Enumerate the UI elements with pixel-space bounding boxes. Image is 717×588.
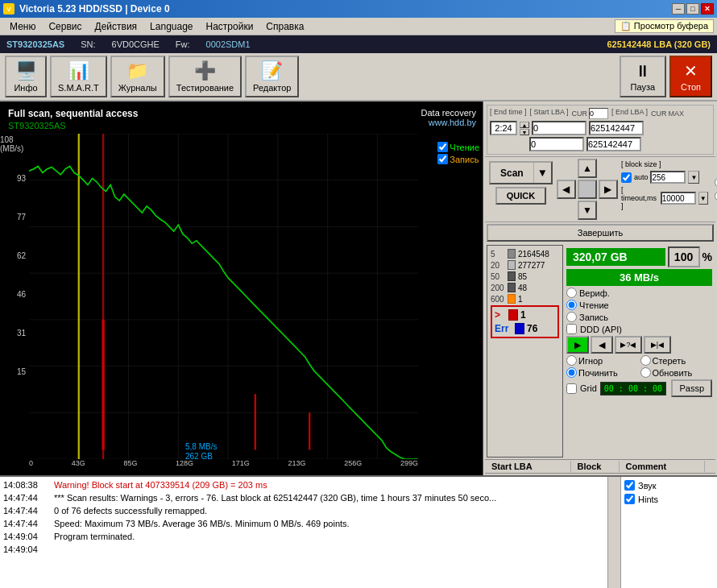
menu-help[interactable]: Справка [259, 19, 310, 34]
time-up[interactable]: ▲ [520, 122, 529, 128]
block-auto-row: auto ▼ [621, 171, 708, 184]
timeout-row: [ timeout,ms ] ▼ [621, 186, 708, 210]
quick-button[interactable]: QUICK [495, 187, 546, 205]
smart-button[interactable]: 📊 S.M.A.R.T [50, 56, 107, 97]
write-vrw-radio[interactable] [566, 312, 577, 322]
cur-input[interactable] [589, 108, 608, 119]
hints-checkbox[interactable] [624, 494, 635, 504]
buffer-view-button[interactable]: 📋 Просмотр буфера [615, 19, 714, 33]
log-time-1: 14:47:44 [3, 491, 48, 504]
second-end-input[interactable] [586, 137, 641, 151]
lba-header-row: [ End time ] [ Start LBA ] CUR [ End LBA… [490, 108, 711, 119]
title-text: Victoria 5.23 HDD/SSD | Device 0 [19, 3, 170, 14]
log-time-4: 14:49:04 [3, 530, 48, 543]
err-ms-5: 5 [491, 250, 505, 259]
menu-menu[interactable]: Меню [3, 19, 42, 34]
arrow-up[interactable]: ▲ [578, 159, 597, 178]
block-timeout-controls: [ block size ] auto ▼ [ timeout,ms ] ▼ [620, 159, 710, 220]
info-label: Инфо [14, 83, 37, 93]
end-lba-label: [ End LBA ] [611, 108, 648, 119]
menu-settings[interactable]: Настройки [200, 19, 260, 34]
auto-checkbox[interactable] [621, 172, 632, 183]
editor-label: Редактор [253, 83, 291, 93]
arrow-right[interactable]: ▶ [599, 180, 618, 199]
menu-servis[interactable]: Сервис [42, 19, 88, 34]
timer-display: 00 : 00 : 00 [600, 382, 666, 395]
device-model: ST9320325AS [6, 39, 64, 49]
update-row: Обновить [640, 367, 713, 378]
toolbar: 🖥️ Инфо 📊 S.M.A.R.T 📁 Журналы ➕ Тестиров… [0, 53, 717, 101]
menu-language[interactable]: Language [143, 19, 199, 34]
api-pio-controls: API PIO [711, 159, 717, 220]
sound-checkbox[interactable] [624, 480, 635, 491]
editor-button[interactable]: 📝 Редактор [245, 56, 299, 97]
block-size-input[interactable] [650, 171, 686, 184]
info-button[interactable]: 🖥️ Инфо [5, 56, 47, 97]
ddd-checkbox[interactable] [566, 324, 577, 334]
table-scrollbar[interactable] [704, 461, 715, 472]
log-scrollbar[interactable] [607, 477, 620, 588]
maximize-button[interactable]: □ [686, 3, 699, 14]
log-msg-4: Program terminated. [54, 530, 135, 543]
ignore-radio[interactable] [566, 355, 577, 366]
verif-radio[interactable] [566, 288, 577, 298]
stop-button[interactable]: ✕ Стоп [669, 56, 712, 97]
end-lba-input[interactable] [589, 121, 644, 135]
pause-button[interactable]: ⏸ Пауза [620, 56, 667, 97]
back-button[interactable]: ◀ [591, 336, 613, 354]
time-down[interactable]: ▼ [520, 129, 529, 135]
time-spinner[interactable]: ▲ ▼ [520, 122, 529, 135]
block-size-row: [ block size ] [621, 160, 708, 168]
query-button[interactable]: ▶?◀ [615, 336, 642, 354]
test-button[interactable]: ➕ Тестирование [168, 56, 242, 97]
play-button[interactable]: ▶ [566, 336, 589, 354]
x-axis: 0 43G 85G 128G 171G 213G 256G 299G [29, 459, 418, 474]
err-label-row: Err 76 [495, 323, 555, 334]
read-checkbox[interactable] [437, 142, 448, 152]
close-button[interactable]: ✕ [701, 3, 714, 14]
err-row-600: 600 1 [491, 294, 559, 304]
scan-button[interactable]: Scan [491, 163, 533, 183]
menu-actions[interactable]: Действия [89, 19, 144, 34]
finish-button[interactable]: Завершить [487, 224, 714, 242]
write-checkbox[interactable] [437, 154, 448, 164]
minimize-button[interactable]: ─ [672, 3, 685, 14]
err-ms-600: 600 [491, 295, 505, 304]
write-checkbox-row[interactable]: Запись [437, 154, 479, 164]
repair-radio[interactable] [566, 367, 577, 378]
test-icon: ➕ [194, 60, 216, 81]
y-axis: 108 (MB/s) 93 77 62 46 31 15 [0, 101, 29, 459]
second-row [490, 137, 711, 151]
journals-button[interactable]: 📁 Журналы [110, 56, 165, 97]
right-controls: 320,07 GB 100 % 36 MB/s Вериф. [565, 245, 714, 458]
timeout-input[interactable] [661, 192, 696, 205]
sound-label: Звук [638, 481, 657, 491]
timeout-dropdown[interactable]: ▼ [698, 192, 708, 205]
err-row-20: 20 277277 [491, 260, 559, 270]
block-size-dropdown[interactable]: ▼ [688, 171, 699, 184]
skip-button[interactable]: ▶|◀ [644, 336, 671, 354]
stop-icon: ✕ [684, 61, 698, 81]
log-time-2: 14:47:44 [3, 504, 48, 517]
grid-checkbox[interactable] [566, 383, 577, 394]
erase-radio[interactable] [640, 355, 651, 366]
time-input[interactable] [490, 121, 517, 135]
second-start-input[interactable] [529, 137, 584, 151]
lba-info: 625142448 LBA (320 GB) [607, 39, 711, 49]
read-checkbox-row[interactable]: Чтение [437, 142, 479, 152]
passp-button[interactable]: Passp [671, 379, 712, 397]
arrow-left[interactable]: ◀ [557, 180, 576, 199]
x-label-299g: 299G [400, 459, 418, 474]
scan-dropdown[interactable]: ▼ [533, 163, 551, 183]
read-vrw-radio[interactable] [566, 300, 577, 310]
arrow-down[interactable]: ▼ [578, 201, 597, 220]
arrow-center[interactable] [578, 180, 597, 199]
x-label-85g: 85G [123, 459, 137, 474]
start-lba-input[interactable] [532, 121, 586, 135]
scan-button-group[interactable]: Scan ▼ [489, 161, 553, 184]
serial-number: 6VD0CGHE [112, 39, 160, 49]
app-icon: V [3, 3, 15, 14]
err-bar-200 [508, 283, 516, 292]
update-radio[interactable] [640, 367, 651, 378]
pause-icon: ⏸ [635, 62, 651, 81]
